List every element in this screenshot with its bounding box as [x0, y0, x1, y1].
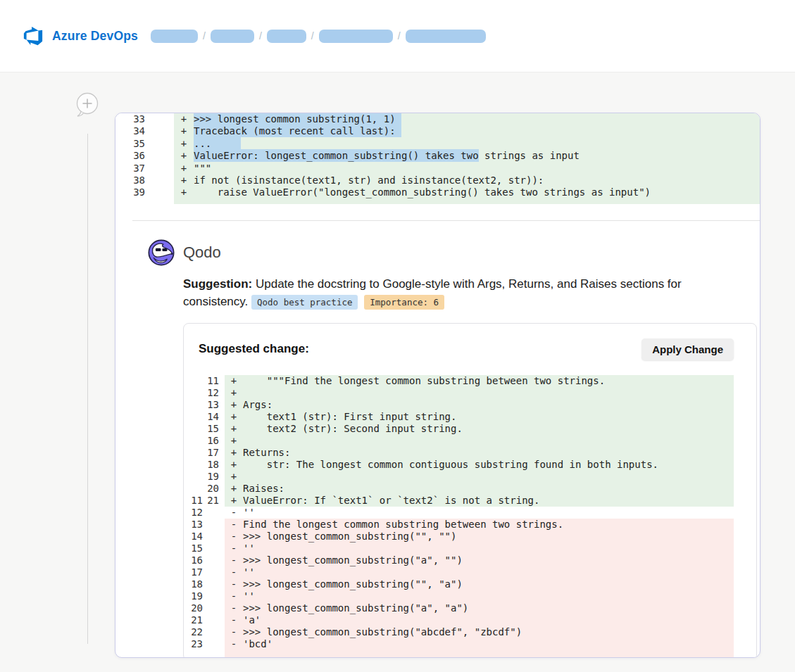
diff-line[interactable]: 14 ->>> longest_common_substring("", "") — [184, 531, 756, 543]
old-line-number: 15 — [184, 543, 203, 554]
old-line-number — [184, 375, 203, 387]
diff-line[interactable]: 16 + — [184, 435, 756, 447]
code-text: """Find the longest common substring bet… — [243, 375, 605, 387]
suggested-change-title: Suggested change: — [199, 342, 309, 356]
azure-devops-logo[interactable] — [23, 25, 44, 46]
old-line-number — [184, 423, 203, 435]
line-number: 38 — [115, 175, 174, 186]
best-practice-badge[interactable]: Qodo best practice — [251, 295, 358, 310]
diff-line-content: -'bcd' — [225, 638, 734, 658]
diff-line[interactable]: 11 21 +ValueError: If `text1` or `text2`… — [184, 495, 756, 507]
diff-line[interactable]: 35 +... — [115, 138, 760, 150]
add-comment-icon[interactable] — [74, 91, 101, 118]
breadcrumb-item-redacted[interactable] — [151, 30, 198, 43]
comment-author[interactable]: Qodo — [183, 243, 221, 262]
line-number: 37 — [115, 163, 174, 175]
diff-line[interactable]: 36 +ValueError: longest_common_substring… — [115, 150, 760, 162]
diff-line[interactable]: 23 -'bcd' — [184, 638, 756, 658]
diff-line[interactable]: 12 + — [184, 387, 756, 399]
breadcrumb-item-redacted[interactable] — [267, 30, 306, 43]
diff-line[interactable]: 18 + str: The longest common contiguous … — [184, 459, 756, 471]
code-text: text2 (str): Second input string. — [243, 423, 463, 435]
old-line-number — [184, 411, 203, 423]
breadcrumb-item-redacted[interactable] — [319, 30, 393, 43]
old-line-number — [184, 447, 203, 459]
new-line-number — [203, 543, 219, 554]
diff-line[interactable]: 33 +>>> longest_common_substring(1, 1) — [115, 113, 760, 125]
diff-line[interactable]: 17 +Returns: — [184, 447, 756, 459]
qodo-avatar[interactable] — [148, 239, 175, 266]
diff-line[interactable]: 38 +if not (isinstance(text1, str) and i… — [115, 175, 760, 186]
diff-line[interactable]: 34 +Traceback (most recent call last): — [115, 125, 760, 137]
diff-line[interactable]: 17 -'' — [184, 566, 756, 578]
diff-sign: - — [225, 566, 243, 578]
diff-sign: + — [174, 125, 194, 137]
diff-line[interactable]: 20 +Raises: — [184, 483, 756, 495]
old-line-number: 13 — [184, 519, 203, 531]
diff-line-content: + text1 (str): First input string. — [225, 411, 734, 423]
diff-sign: - — [225, 543, 243, 554]
diff-line[interactable]: 16 ->>> longest_common_substring("a", ""… — [184, 554, 756, 566]
diff-line[interactable]: 13 -Find the longest common substring be… — [184, 519, 756, 531]
code-text: '' — [243, 543, 255, 554]
diff-sign: + — [225, 387, 243, 399]
old-line-number: 12 — [184, 507, 203, 519]
code-text: >>> longest_common_substring("", "") — [243, 531, 456, 543]
line-number: 33 — [115, 113, 174, 125]
code-text: Returns: — [243, 447, 290, 459]
diff-sign: + — [174, 163, 194, 175]
diff-line-content: +Args: — [225, 399, 734, 411]
comment-divider — [132, 220, 760, 221]
diff-line[interactable]: 15 + text2 (str): Second input string. — [184, 423, 756, 435]
diff-sign: + — [174, 150, 194, 162]
diff-line[interactable]: 15 -'' — [184, 543, 756, 554]
code-text: str: The longest common contiguous subst… — [243, 459, 658, 471]
diff-line-content: +>>> longest_common_substring(1, 1) — [174, 113, 760, 125]
diff-line[interactable]: 20 ->>> longest_common_substring("a", "a… — [184, 602, 756, 614]
diff-line-content: +ValueError: If `text1` or `text2` is no… — [225, 495, 734, 507]
apply-change-button[interactable]: Apply Change — [641, 338, 734, 360]
diff-sign: + — [225, 375, 243, 387]
old-line-number: 20 — [184, 602, 203, 614]
code-text: 'bcd' — [243, 638, 273, 650]
diff-line-content: ->>> longest_common_substring("abcdef", … — [225, 626, 734, 638]
diff-sign: - — [225, 507, 243, 519]
diff-sign: + — [225, 483, 243, 495]
breadcrumb-item-redacted[interactable] — [211, 30, 254, 43]
old-line-number: 23 — [184, 638, 203, 658]
code-text: """ — [194, 163, 211, 174]
diff-line[interactable]: 11 + """Find the longest common substrin… — [184, 375, 756, 387]
diff-line[interactable]: 19 -'' — [184, 590, 756, 602]
diff-sign: + — [174, 186, 194, 198]
diff-line[interactable]: 14 + text1 (str): First input string. — [184, 411, 756, 423]
code-text: Find the longest common substring betwee… — [243, 519, 563, 531]
breadcrumb-separator: / — [259, 30, 262, 42]
diff-line[interactable]: 21 -'a' — [184, 614, 756, 626]
diff-line[interactable]: 19 + — [184, 471, 756, 483]
diff-line[interactable]: 39 + raise ValueError("longest_common_su… — [115, 186, 760, 203]
diff-line[interactable]: 37 +""" — [115, 163, 760, 175]
diff-sign: - — [225, 531, 243, 543]
diff-line[interactable]: 12 -'' — [184, 507, 756, 519]
breadcrumb-segment — [406, 30, 496, 43]
diff-line[interactable]: 22 ->>> longest_common_substring("abcdef… — [184, 626, 756, 638]
brand-title[interactable]: Azure DevOps — [52, 29, 138, 44]
diff-line-content: -'a' — [225, 614, 734, 626]
suggestion-label: Suggestion: — [183, 277, 252, 291]
diff-line-content: ->>> longest_common_substring("a", "a") — [225, 602, 734, 614]
diff-line[interactable]: 13 +Args: — [184, 399, 756, 411]
code-text: if not (isinstance(text1, str) and isins… — [194, 175, 544, 186]
old-line-number: 22 — [184, 626, 203, 638]
new-line-number: 18 — [203, 459, 219, 471]
diff-line[interactable]: 18 ->>> longest_common_substring("", "a"… — [184, 578, 756, 590]
diff-line-content: +Traceback (most recent call last): — [174, 125, 760, 137]
diff-line-content: ->>> longest_common_substring("", "a") — [225, 578, 734, 590]
line-number: 36 — [115, 150, 174, 162]
new-line-number — [203, 531, 219, 543]
code-text: >>> longest_common_substring("a", "a") — [243, 602, 468, 614]
new-line-number — [203, 602, 219, 614]
breadcrumb-item-redacted[interactable] — [406, 30, 486, 43]
code-text: '' — [243, 590, 255, 602]
diff-sign: - — [225, 626, 243, 638]
old-line-number — [184, 471, 203, 483]
